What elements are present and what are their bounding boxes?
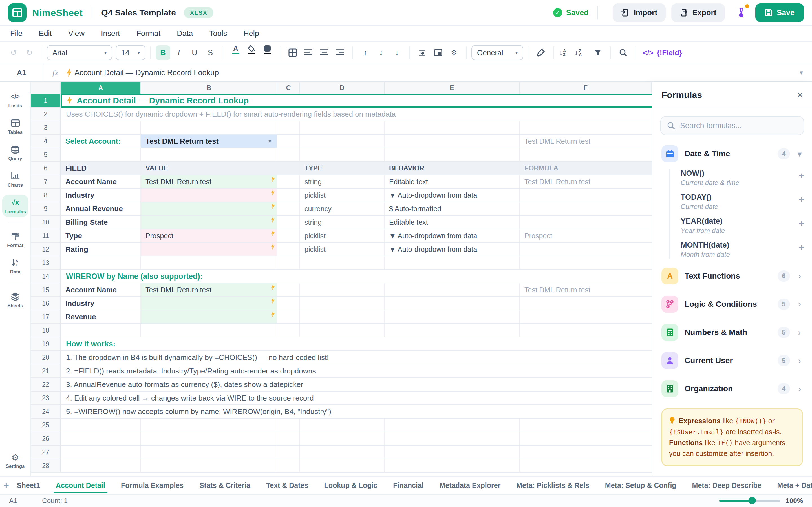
sidebar-item-sheets[interactable]: Sheets <box>2 289 28 311</box>
cell-D16[interactable] <box>300 297 385 310</box>
sidebar-item-query[interactable]: Query <box>2 142 28 164</box>
cell-B3[interactable] <box>141 121 277 134</box>
cell-D18[interactable] <box>300 324 385 337</box>
align-top-button[interactable]: ↑ <box>358 45 373 60</box>
cell-C8[interactable] <box>277 189 300 202</box>
sidebar-item-charts[interactable]: Charts <box>2 168 28 190</box>
cell-F27[interactable] <box>520 446 652 459</box>
row-header-25[interactable]: 25 <box>31 418 61 432</box>
cell-B6[interactable]: VALUE <box>141 162 277 175</box>
tab-meta-setup-config[interactable]: Meta: Setup & Config <box>597 476 684 494</box>
cell-E4[interactable] <box>385 135 520 148</box>
cell-B7[interactable]: Test DML Return test <box>141 175 277 188</box>
search-formulas-input[interactable]: Search formulas... <box>660 116 804 135</box>
formula-input[interactable]: Account Detail — Dynamic Record Lookup <box>74 68 219 77</box>
cell-D6[interactable]: TYPE <box>300 162 385 175</box>
row-header-19[interactable]: 19 <box>31 337 61 350</box>
cell-C16[interactable] <box>277 297 300 310</box>
cell-D10[interactable]: string <box>300 216 385 229</box>
cell-F16[interactable] <box>520 297 652 310</box>
cell-E15[interactable] <box>385 283 520 296</box>
sort-asc-button[interactable]: ↓AZ <box>559 45 573 60</box>
cell-D13[interactable] <box>300 256 385 269</box>
cell-A3[interactable] <box>61 121 141 134</box>
import-button[interactable]: Import <box>613 3 666 22</box>
add-sheet-button[interactable]: + <box>3 480 9 491</box>
row-header-18[interactable]: 18 <box>31 324 61 337</box>
row-header-17[interactable]: 17 <box>31 311 61 323</box>
cell-A10[interactable]: Billing State <box>61 216 141 229</box>
cell-C6[interactable] <box>277 162 300 175</box>
cell-D9[interactable]: currency <box>300 202 385 215</box>
row-header-5[interactable]: 5 <box>31 148 61 161</box>
align-middle-button[interactable]: ↕ <box>374 45 389 60</box>
insert-function-button[interactable]: + <box>799 217 804 228</box>
cell-B10[interactable] <box>141 216 277 229</box>
cell-F11[interactable]: Prospect <box>520 229 652 242</box>
tab-lookup-logic[interactable]: Lookup & Logic <box>316 476 385 494</box>
search-button[interactable] <box>616 45 630 60</box>
cell-C18[interactable] <box>277 324 300 337</box>
cell-B16[interactable] <box>141 297 277 310</box>
cell-D15[interactable] <box>300 283 385 296</box>
tab-account-detail[interactable]: Account Detail <box>48 476 113 494</box>
cell-E6[interactable]: BEHAVIOR <box>385 162 520 175</box>
cell-reference-box[interactable]: A1 <box>0 68 43 77</box>
tab-metadata-explorer[interactable]: Metadata Explorer <box>432 476 509 494</box>
cell-F12[interactable] <box>520 243 652 256</box>
cell-F5[interactable] <box>520 148 652 161</box>
font-family-select[interactable]: Arial▾ <box>47 45 112 60</box>
cell-D17[interactable] <box>300 311 385 323</box>
tab-meta-deep-describe[interactable]: Meta: Deep Describe <box>684 476 769 494</box>
redo-button[interactable]: ↻ <box>22 45 37 60</box>
cell-A19[interactable]: How it works: <box>61 337 652 350</box>
cell-A4[interactable]: Select Account: <box>61 135 141 148</box>
cell-F8[interactable] <box>520 189 652 202</box>
insert-function-button[interactable]: + <box>799 193 804 204</box>
align-right-button[interactable] <box>333 45 347 60</box>
cell-C17[interactable] <box>277 311 300 323</box>
fill-color-button[interactable] <box>244 45 259 60</box>
cell-C9[interactable] <box>277 202 300 215</box>
cell-A9[interactable]: Annual Revenue <box>61 202 141 215</box>
cell-D26[interactable] <box>300 432 385 445</box>
cell-D27[interactable] <box>300 446 385 459</box>
row-header-4[interactable]: 4 <box>31 135 61 148</box>
cell-E16[interactable] <box>385 297 520 310</box>
cell-B17[interactable] <box>141 311 277 323</box>
borders-button[interactable] <box>285 45 300 60</box>
cell-B25[interactable] <box>141 418 277 432</box>
cell-C13[interactable] <box>277 256 300 269</box>
row-header-11[interactable]: 11 <box>31 229 61 242</box>
row-header-10[interactable]: 10 <box>31 216 61 229</box>
freeze-panes-button[interactable]: ❄ <box>447 45 461 60</box>
row-header-13[interactable]: 13 <box>31 256 61 269</box>
row-header-3[interactable]: 3 <box>31 121 61 134</box>
row-column-corner[interactable] <box>31 82 61 94</box>
cell-F25[interactable] <box>520 418 652 432</box>
row-header-28[interactable]: 28 <box>31 459 61 472</box>
align-center-button[interactable] <box>317 45 332 60</box>
cell-B27[interactable] <box>141 446 277 459</box>
tab-financial[interactable]: Financial <box>385 476 432 494</box>
cell-E12[interactable]: ▼ Auto-dropdown from data <box>385 243 520 256</box>
row-header-6[interactable]: 6 <box>31 162 61 175</box>
cell-A23[interactable]: 4. Edit any colored cell → changes write… <box>61 392 652 404</box>
cell-B13[interactable] <box>141 256 277 269</box>
function-item[interactable]: TODAY()Current date+ <box>680 193 804 211</box>
sidebar-item-settings[interactable]: ⚙Settings <box>2 450 28 471</box>
cell-E8[interactable]: ▼ Auto-dropdown from data <box>385 189 520 202</box>
row-header-14[interactable]: 14 <box>31 270 61 283</box>
underline-button[interactable]: U <box>187 45 202 60</box>
row-header-22[interactable]: 22 <box>31 378 61 391</box>
menu-view[interactable]: View <box>68 29 85 38</box>
cell-C25[interactable] <box>277 418 300 432</box>
cell-F18[interactable] <box>520 324 652 337</box>
cell-E18[interactable] <box>385 324 520 337</box>
cell-B28[interactable] <box>141 459 277 472</box>
cell-D5[interactable] <box>300 148 385 161</box>
function-item[interactable]: MONTH(date)Month from date+ <box>680 241 804 259</box>
text-color-button[interactable]: A <box>229 45 243 60</box>
cell-E10[interactable]: Editable text <box>385 216 520 229</box>
menu-tools[interactable]: Tools <box>209 29 227 38</box>
